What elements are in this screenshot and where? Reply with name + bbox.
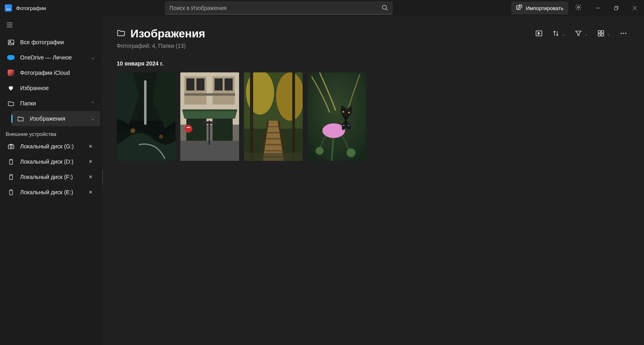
sort-button[interactable]: ⌄: [550, 27, 568, 41]
svg-rect-56: [250, 72, 253, 161]
heart-icon: [7, 85, 14, 91]
svg-rect-24: [598, 34, 601, 36]
window-controls: [588, 2, 644, 14]
page-subtitle: Фотографий: 4, Папки (13): [117, 43, 630, 49]
folder-icon: [17, 115, 24, 122]
slideshow-button[interactable]: [533, 27, 545, 41]
svg-rect-50: [208, 121, 210, 145]
sidebar-item-label: Фотографии iCloud: [20, 70, 95, 76]
photo-thumbnail[interactable]: [180, 72, 239, 161]
sidebar-item-images-folder[interactable]: Изображения ⌄: [11, 111, 100, 126]
main-toolbar: ⌄ ⌄ ⌄: [533, 27, 630, 41]
remove-drive-button[interactable]: ✕: [87, 144, 95, 149]
svg-point-75: [348, 125, 349, 126]
drive-icon: [7, 159, 14, 165]
sidebar-external-header: Внешние устройства: [0, 126, 102, 139]
search-placeholder: Поиск в Изображения: [169, 5, 382, 11]
sidebar-item-label: Избранное: [20, 85, 95, 91]
svg-point-32: [130, 128, 135, 133]
sidebar-item-label: Локальный диск (D:): [20, 158, 81, 165]
sidebar-item-folders[interactable]: Папки ⌃: [2, 96, 100, 111]
sidebar-folders-children: Изображения ⌄: [10, 111, 102, 126]
svg-point-27: [623, 33, 624, 34]
svg-rect-38: [186, 78, 194, 90]
workspace: Все фотографии OneDrive — Личное ⌄ Фотог…: [0, 16, 644, 345]
svg-point-73: [348, 112, 350, 113]
gear-icon: [575, 4, 582, 12]
maximize-button[interactable]: [607, 2, 625, 14]
app-icon: [5, 4, 12, 12]
onedrive-icon: [7, 55, 14, 60]
svg-rect-5: [615, 7, 617, 10]
sidebar-item-onedrive[interactable]: OneDrive — Личное ⌄: [2, 50, 100, 65]
photos-icon: [7, 39, 14, 46]
svg-point-28: [625, 33, 626, 34]
grid-icon: [597, 30, 605, 39]
settings-button[interactable]: [571, 2, 586, 14]
svg-point-12: [9, 41, 10, 42]
minimize-button[interactable]: [588, 2, 607, 14]
page-title: Изображения: [130, 27, 205, 40]
sidebar-item-drive-d[interactable]: Локальный диск (D:) ✕: [2, 154, 100, 169]
sidebar: Все фотографии OneDrive — Личное ⌄ Фотог…: [0, 16, 102, 345]
chevron-down-icon: ⌄: [607, 32, 610, 36]
more-icon: [620, 30, 627, 39]
photo-thumbnail[interactable]: [308, 72, 366, 161]
titlebar: Фотографии Поиск в Изображения Импортиро…: [0, 0, 644, 16]
photo-thumbnail[interactable]: [244, 72, 303, 161]
svg-point-74: [343, 125, 344, 126]
app-title: Фотографии: [16, 5, 46, 11]
sidebar-item-drive-e[interactable]: Локальный диск (E:) ✕: [2, 185, 100, 200]
svg-point-33: [159, 135, 163, 139]
split-handle[interactable]: [102, 170, 103, 185]
import-label: Импортировать: [526, 5, 564, 11]
main-content: ⌄ ⌄ ⌄ Изображения Фотографий: 4, Папки (…: [102, 16, 644, 345]
sidebar-item-label: Локальный диск (G:): [20, 143, 81, 150]
import-button[interactable]: Импортировать: [511, 2, 568, 14]
svg-rect-23: [601, 31, 604, 33]
folder-icon: [117, 29, 126, 39]
sidebar-item-icloud[interactable]: Фотографии iCloud: [2, 65, 100, 80]
close-button[interactable]: [625, 2, 644, 14]
search-input[interactable]: Поиск в Изображения: [165, 2, 392, 14]
icloud-icon: [7, 70, 14, 76]
remove-drive-button[interactable]: ✕: [87, 159, 95, 164]
sidebar-item-all-photos[interactable]: Все фотографии: [2, 35, 100, 50]
svg-point-71: [347, 148, 355, 157]
sidebar-item-label: Папки: [20, 100, 85, 107]
svg-rect-42: [184, 93, 235, 96]
svg-rect-40: [215, 78, 223, 90]
sidebar-item-label: Все фотографии: [20, 39, 95, 45]
svg-point-72: [343, 111, 344, 113]
sidebar-item-label: Локальный диск (E:): [20, 189, 81, 195]
sidebar-item-drive-f[interactable]: Локальный диск (F:) ✕: [2, 169, 100, 185]
more-button[interactable]: [617, 27, 630, 41]
remove-drive-button[interactable]: ✕: [87, 174, 95, 180]
svg-point-76: [345, 117, 347, 125]
photo-thumbnail[interactable]: [117, 72, 175, 161]
chevron-down-icon: ⌄: [91, 55, 95, 60]
svg-point-69: [322, 123, 345, 138]
sidebar-item-favorites[interactable]: Избранное: [2, 80, 100, 96]
layout-button[interactable]: ⌄: [595, 27, 613, 41]
slideshow-icon: [535, 30, 543, 39]
hamburger-icon: [6, 22, 13, 30]
svg-point-26: [621, 33, 622, 34]
titlebar-left: Фотографии: [5, 4, 46, 12]
svg-point-3: [578, 6, 580, 8]
filter-button[interactable]: ⌄: [572, 27, 590, 41]
camera-icon: [7, 143, 14, 150]
date-group-header: 10 января 2024 г.: [117, 60, 630, 67]
sidebar-item-drive-g[interactable]: Локальный диск (G:) ✕: [2, 139, 100, 154]
sidebar-item-label: Локальный диск (F:): [20, 174, 81, 180]
svg-rect-51: [202, 121, 216, 124]
chevron-up-icon: ⌃: [91, 101, 95, 106]
svg-rect-11: [8, 40, 14, 45]
svg-rect-57: [292, 72, 295, 161]
svg-rect-2: [517, 6, 520, 9]
remove-drive-button[interactable]: ✕: [87, 189, 95, 195]
hamburger-button[interactable]: [2, 18, 18, 33]
svg-line-1: [386, 9, 388, 10]
thumbnail-row: [117, 72, 630, 161]
svg-rect-39: [196, 78, 204, 90]
